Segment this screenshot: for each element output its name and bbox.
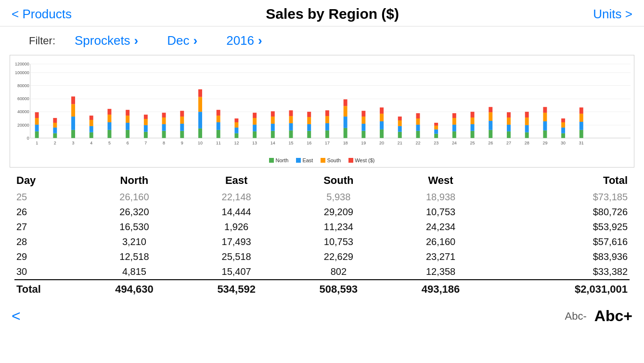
svg-rect-52: [162, 117, 166, 124]
svg-rect-143: [489, 107, 492, 112]
svg-rect-41: [126, 123, 129, 130]
svg-rect-62: [198, 97, 202, 112]
cell-total-grand: $2,031,001: [492, 280, 630, 298]
cell-total-30: $33,382: [492, 264, 630, 280]
svg-rect-145: [507, 131, 511, 138]
cell-north-partial: 26,160: [83, 190, 185, 205]
month-value: Dec: [167, 33, 189, 48]
cell-east-28: 17,493: [185, 234, 287, 249]
svg-rect-37: [107, 115, 111, 122]
svg-rect-156: [543, 121, 547, 130]
legend-south: South: [321, 157, 341, 163]
svg-rect-97: [325, 116, 329, 123]
svg-rect-116: [398, 126, 402, 132]
legend-west: West ($): [348, 157, 374, 163]
svg-rect-27: [71, 104, 75, 117]
cell-south-29: 22,629: [287, 249, 389, 264]
product-filter[interactable]: Sprockets ›: [75, 33, 138, 48]
month-filter[interactable]: Dec ›: [167, 33, 197, 48]
svg-rect-111: [380, 121, 384, 130]
svg-rect-112: [380, 114, 384, 121]
svg-text:23: 23: [434, 141, 438, 145]
svg-text:16: 16: [307, 141, 311, 145]
legend-north: North: [269, 157, 288, 163]
svg-text:10: 10: [198, 141, 203, 145]
svg-rect-101: [344, 117, 348, 128]
svg-text:120000: 120000: [15, 62, 29, 66]
svg-rect-138: [471, 112, 475, 117]
svg-rect-57: [180, 117, 184, 124]
svg-text:100000: 100000: [15, 70, 29, 75]
cell-day-29: 29: [14, 249, 83, 264]
font-increase-button[interactable]: Abc+: [594, 307, 632, 325]
svg-rect-123: [416, 113, 420, 118]
svg-text:4: 4: [90, 141, 92, 145]
chart-container: 0 20000 40000 60000 80000 100000 120000 …: [10, 55, 634, 168]
svg-rect-131: [452, 125, 456, 131]
svg-rect-93: [307, 112, 311, 117]
svg-text:24: 24: [452, 141, 457, 145]
svg-rect-73: [234, 118, 238, 122]
svg-rect-113: [380, 107, 384, 114]
cell-day-27: 27: [14, 220, 83, 234]
svg-rect-155: [543, 130, 547, 138]
svg-rect-22: [53, 123, 57, 128]
svg-rect-137: [471, 117, 475, 124]
svg-text:19: 19: [361, 141, 366, 145]
svg-rect-142: [489, 112, 492, 121]
svg-rect-92: [307, 117, 311, 124]
svg-rect-168: [580, 107, 583, 114]
legend-east: East: [296, 157, 313, 163]
products-nav[interactable]: < Products: [12, 7, 72, 22]
table-row: 29 12,518 25,518 22,629 23,271 $83,936: [14, 249, 630, 264]
svg-rect-81: [271, 124, 275, 131]
svg-text:3: 3: [72, 141, 75, 145]
svg-rect-121: [416, 125, 420, 131]
svg-rect-165: [580, 130, 583, 138]
svg-text:11: 11: [216, 141, 221, 145]
cell-east-partial: 22,148: [185, 190, 287, 205]
svg-rect-161: [561, 128, 565, 133]
cell-south-30: 802: [287, 264, 389, 280]
font-controls: Abc- Abc+: [565, 307, 632, 325]
cell-west-27: 24,234: [389, 220, 491, 234]
svg-text:14: 14: [270, 141, 275, 145]
svg-rect-162: [561, 122, 565, 128]
svg-rect-50: [162, 131, 166, 138]
svg-rect-117: [398, 120, 402, 126]
svg-text:13: 13: [252, 141, 257, 145]
back-button[interactable]: <: [12, 307, 21, 325]
svg-rect-91: [307, 124, 311, 131]
svg-rect-132: [452, 118, 456, 125]
year-filter[interactable]: 2016 ›: [226, 33, 262, 48]
svg-rect-61: [198, 112, 202, 129]
svg-rect-23: [53, 118, 57, 123]
svg-rect-140: [489, 130, 492, 138]
cell-total-28: $57,616: [492, 234, 630, 249]
svg-rect-141: [489, 121, 492, 130]
svg-rect-151: [525, 125, 529, 132]
svg-rect-86: [289, 123, 293, 130]
svg-rect-125: [434, 134, 438, 138]
svg-rect-158: [543, 107, 547, 113]
svg-rect-77: [253, 118, 257, 125]
svg-rect-58: [180, 111, 184, 117]
font-decrease-button[interactable]: Abc-: [565, 310, 587, 323]
svg-rect-166: [580, 122, 583, 130]
svg-text:18: 18: [343, 141, 348, 145]
svg-rect-105: [361, 131, 365, 138]
svg-rect-38: [107, 109, 111, 115]
sales-table: Day North East South West Total 25 26,16…: [14, 171, 630, 298]
svg-rect-16: [35, 125, 39, 131]
units-nav[interactable]: Units >: [593, 7, 632, 22]
svg-text:9: 9: [181, 141, 183, 145]
table-row: 26 26,320 14,444 29,209 10,753 $80,726: [14, 205, 630, 220]
svg-rect-148: [507, 112, 511, 117]
svg-rect-25: [71, 130, 75, 138]
svg-rect-18: [35, 112, 39, 118]
col-header-south: South: [287, 171, 389, 190]
cell-north-29: 12,518: [83, 249, 185, 264]
svg-rect-103: [344, 99, 348, 106]
svg-text:6: 6: [127, 141, 129, 145]
svg-text:27: 27: [506, 141, 511, 145]
